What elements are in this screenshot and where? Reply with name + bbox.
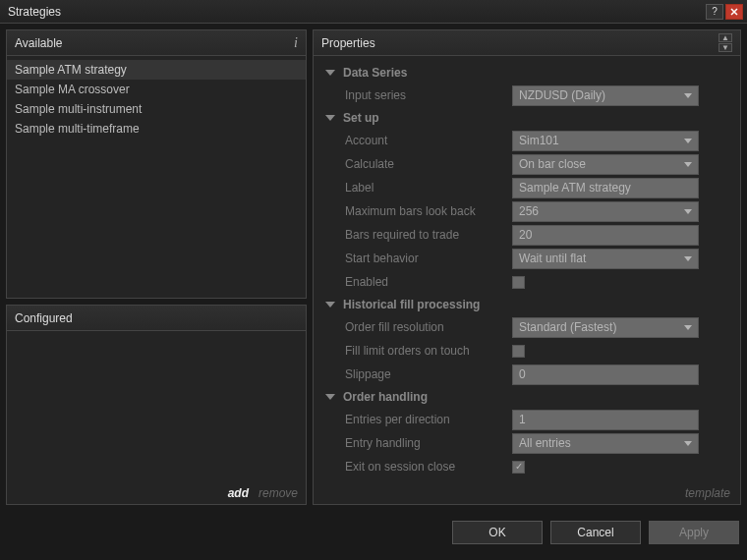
chevron-down-icon (325, 115, 335, 121)
left-column: Available i Sample ATM strategySample MA… (6, 29, 307, 505)
label-fill-limit: Fill limit orders on touch (345, 344, 512, 358)
chevron-down-icon (325, 302, 335, 308)
titlebar: Strategies ? (0, 0, 747, 24)
apply-button[interactable]: Apply (649, 521, 739, 544)
properties-header: Properties ▲ ▼ (314, 30, 740, 56)
available-header: Available i (7, 30, 306, 56)
chevron-down-icon (684, 441, 692, 446)
cancel-button[interactable]: Cancel (550, 521, 641, 544)
row-order-fill: Order fill resolution Standard (Fastest) (319, 315, 726, 339)
label-entry-handling: Entry handling (345, 436, 512, 450)
group-order-handling[interactable]: Order handling (319, 386, 726, 408)
chevron-down-icon (684, 162, 692, 167)
group-hist-fill[interactable]: Historical fill processing (319, 294, 726, 315)
add-link[interactable]: add (228, 486, 249, 500)
available-item[interactable]: Sample multi-instrument (7, 99, 306, 119)
label-account: Account (345, 134, 512, 147)
entries-per-input[interactable]: 1 (512, 410, 699, 430)
configured-footer: add remove (7, 482, 306, 504)
properties-body[interactable]: Data Series Input series NZDUSD (Daily) … (314, 56, 740, 482)
input-series-select[interactable]: NZDUSD (Daily) (512, 85, 699, 106)
dialog-buttons: OK Cancel Apply (0, 511, 747, 554)
available-title: Available (15, 36, 62, 50)
label-enabled: Enabled (345, 275, 512, 289)
close-button[interactable] (725, 4, 743, 20)
row-enabled: Enabled (319, 270, 726, 294)
chevron-down-icon (684, 256, 692, 261)
available-item[interactable]: Sample ATM strategy (7, 60, 306, 80)
group-data-series[interactable]: Data Series (319, 62, 726, 84)
row-exit-session: Exit on session close ✓ (319, 455, 726, 478)
order-fill-select[interactable]: Standard (Fastest) (512, 317, 699, 338)
remove-link: remove (259, 486, 298, 500)
window-title: Strategies (8, 5, 704, 19)
properties-spin: ▲ ▼ (718, 33, 732, 52)
bars-req-input[interactable]: 20 (512, 225, 699, 246)
label-max-bars: Maximum bars look back (345, 204, 512, 218)
available-item[interactable]: Sample multi-timeframe (7, 119, 306, 139)
max-bars-select[interactable]: 256 (512, 201, 699, 222)
configured-panel: Configured add remove (6, 305, 307, 505)
configured-list (7, 331, 306, 482)
label-input[interactable]: Sample ATM strategy (512, 178, 699, 198)
close-icon (730, 8, 738, 16)
row-entry-handling: Entry handling All entries (319, 431, 726, 455)
label-calculate: Calculate (345, 157, 512, 171)
row-label: Label Sample ATM strategy (319, 176, 726, 199)
configured-header: Configured (7, 306, 306, 331)
row-entries-per: Entries per direction 1 (319, 408, 726, 431)
slippage-input[interactable]: 0 (512, 364, 699, 385)
account-select[interactable]: Sim101 (512, 131, 699, 151)
calculate-select[interactable]: On bar close (512, 154, 699, 175)
right-column: Properties ▲ ▼ Data Series Input series … (313, 29, 741, 505)
spin-up-button[interactable]: ▲ (718, 33, 732, 42)
available-list: Sample ATM strategySample MA crossoverSa… (7, 56, 306, 298)
label-order-fill: Order fill resolution (345, 320, 512, 334)
chevron-down-icon (684, 139, 692, 143)
start-beh-select[interactable]: Wait until flat (512, 249, 699, 269)
available-panel: Available i Sample ATM strategySample MA… (6, 29, 307, 299)
chevron-down-icon (325, 70, 335, 76)
enabled-checkbox[interactable] (512, 276, 525, 289)
chevron-down-icon (684, 209, 692, 214)
chevron-down-icon (684, 93, 692, 98)
row-input-series: Input series NZDUSD (Daily) (319, 84, 726, 107)
help-button[interactable]: ? (706, 4, 723, 20)
label-bars-req: Bars required to trade (345, 228, 512, 242)
label-input-series: Input series (345, 88, 512, 102)
content-area: Available i Sample ATM strategySample MA… (0, 24, 747, 511)
fill-limit-checkbox[interactable] (512, 345, 525, 358)
label-slippage: Slippage (345, 367, 512, 381)
entry-handling-select[interactable]: All entries (512, 433, 699, 454)
group-set-up[interactable]: Set up (319, 107, 726, 129)
properties-title: Properties (321, 36, 718, 50)
label-exit-session: Exit on session close (345, 460, 512, 474)
label-entries-per: Entries per direction (345, 413, 512, 426)
properties-footer: template (314, 482, 740, 504)
info-icon[interactable]: i (294, 35, 298, 51)
row-bars-req: Bars required to trade 20 (319, 223, 726, 247)
row-calculate: Calculate On bar close (319, 152, 726, 176)
row-slippage: Slippage 0 (319, 363, 726, 386)
properties-panel: Properties ▲ ▼ Data Series Input series … (313, 29, 741, 505)
row-fill-limit: Fill limit orders on touch (319, 339, 726, 363)
row-start-beh: Start behavior Wait until flat (319, 247, 726, 270)
exit-session-checkbox[interactable]: ✓ (512, 461, 525, 474)
row-max-bars: Maximum bars look back 256 (319, 199, 726, 223)
configured-title: Configured (15, 311, 73, 325)
label-start-beh: Start behavior (345, 252, 512, 265)
row-account: Account Sim101 (319, 129, 726, 152)
chevron-down-icon (684, 325, 692, 330)
spin-down-button[interactable]: ▼ (718, 43, 732, 52)
label-label: Label (345, 181, 512, 195)
ok-button[interactable]: OK (452, 521, 543, 544)
template-link[interactable]: template (685, 486, 730, 500)
available-item[interactable]: Sample MA crossover (7, 80, 306, 99)
chevron-down-icon (325, 394, 335, 400)
